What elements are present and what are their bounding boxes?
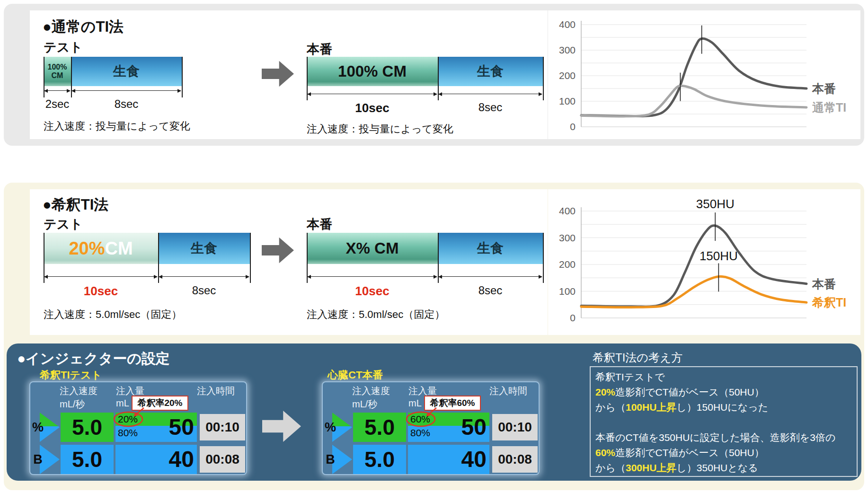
svg-text:400: 400 — [559, 205, 576, 216]
rate-value: 5.0 — [353, 445, 406, 474]
rate-value: 5.0 — [353, 413, 406, 442]
cm-percent-label: 20% — [69, 238, 105, 259]
dimension-line — [308, 276, 437, 277]
svg-text:0: 0 — [570, 312, 576, 323]
svg-text:通常TI: 通常TI — [812, 101, 846, 114]
diluted-ti-diagram-card: ●希釈TI法 テスト 20% CM 生食 10sec 8sec 注入速度：5.0… — [30, 189, 548, 335]
boundary-line — [182, 57, 183, 97]
time-header: 注入時間 — [197, 385, 235, 397]
main-injection-bar: X% CM 生食 — [307, 233, 543, 264]
section-title-diluted-ti: ●希釈TI法 — [43, 195, 108, 215]
injection-rate-note: 注入速度：5.0ml/sec（固定） — [44, 308, 182, 322]
time-value: 00:10 — [492, 414, 538, 440]
explanation-lines: 希釈TIテストで20%造影剤でCT値がベース（50HU）から（100HU上昇し）… — [590, 366, 858, 477]
boundary-line — [543, 57, 544, 100]
volume-cell: 60% 80% 50 — [408, 413, 489, 442]
normal-ti-chart: 4003002001000本番通常TI — [548, 10, 860, 139]
phase-marker: B — [31, 445, 44, 474]
bolus-phase-row: B 5.0 40 00:08 — [323, 445, 539, 474]
volume-value: 50 — [169, 413, 194, 442]
injector-right-label: 心臓CT本番 — [328, 368, 383, 382]
time-value: 00:08 — [200, 446, 245, 473]
volume-value: 50 — [461, 413, 487, 442]
test-injection-bar: 20% CM 生食 — [44, 233, 250, 264]
dimension-line — [308, 94, 437, 94]
rate-value: 5.0 — [61, 413, 114, 442]
injection-rate-note: 注入速度：投与量によって変化 — [307, 122, 453, 136]
dilution-rate-callout: 希釈率20% — [132, 396, 188, 411]
injector-left-label: 希釈TIテスト — [40, 368, 102, 382]
cm-segment-label-line1: 100% — [48, 63, 67, 71]
slide: ●通常のTI法 テスト 100% CM 生食 2sec 8sec 注入速度：投与… — [0, 0, 868, 493]
svg-text:0: 0 — [570, 121, 576, 132]
rate-header: 注入速度 — [60, 385, 97, 397]
time-header: 注入時間 — [489, 385, 527, 397]
svg-text:400: 400 — [559, 19, 576, 30]
test-label: テスト — [44, 39, 83, 56]
svg-text:希釈TI: 希釈TI — [812, 296, 846, 309]
injection-rate-note: 注入速度：投与量によって変化 — [44, 119, 190, 133]
dimension-line — [72, 90, 181, 91]
duration-label: 8sec — [158, 284, 250, 297]
saline-segment: 生食 — [438, 57, 543, 86]
volume-unit-header: mL — [116, 398, 129, 409]
main-label: 本番 — [307, 216, 332, 233]
rate-unit-header: mL/秒 — [352, 398, 377, 411]
injection-rate-note: 注入速度：5.0ml/sec（固定） — [307, 308, 445, 322]
dimension-line — [44, 90, 70, 91]
section-title-injector: ●インジェクターの設定 — [17, 349, 170, 369]
diluted-ti-chart-card: 4003002001000本番希釈TI350HU150HU — [548, 189, 860, 335]
saline-segment: 生食 — [438, 233, 543, 264]
normal-ti-diagram-card: ●通常のTI法 テスト 100% CM 生食 2sec 8sec 注入速度：投与… — [30, 10, 548, 139]
saline-segment-label: 生食 — [477, 62, 504, 80]
duration-label: 10sec — [44, 284, 158, 299]
explanation-line: 本番のCT値を350HUに設定した場合、造影剤を3倍の — [595, 430, 852, 445]
phase-marker: % — [31, 413, 44, 442]
cm-segment-label-line2: CM — [52, 71, 63, 80]
dimension-line — [439, 276, 542, 277]
boundary-line — [250, 233, 251, 283]
injector-console-test: 注入速度 mL/秒 注入量 mL 注入時間 希釈率20% % 5.0 20% 8… — [29, 381, 247, 475]
explanation-line: 60%造影剤でCT値がベース（50HU） — [595, 445, 852, 460]
dilution-bottom-value: 80% — [410, 427, 430, 438]
explanation-line: から（100HU上昇し）150HUになった — [595, 400, 852, 415]
boundary-line — [543, 233, 544, 283]
phase-marker: % — [324, 413, 337, 442]
saline-segment-label: 生食 — [113, 62, 140, 80]
normal-ti-panel: ●通常のTI法 テスト 100% CM 生食 2sec 8sec 注入速度：投与… — [4, 4, 864, 146]
dimension-line — [159, 276, 249, 277]
arrow-right-icon — [262, 60, 294, 88]
rate-header: 注入速度 — [352, 385, 390, 397]
volume-cell: 40 — [408, 445, 489, 474]
svg-text:350HU: 350HU — [696, 197, 735, 211]
rate-value: 5.0 — [61, 445, 114, 474]
dilution-top-value: 60% — [410, 414, 430, 424]
diluted-ti-panel: ●希釈TI法 テスト 20% CM 生食 10sec 8sec 注入速度：5.0… — [4, 183, 864, 490]
svg-text:100: 100 — [559, 286, 576, 297]
volume-cell: 40 — [115, 445, 197, 474]
duration-label: 10sec — [307, 284, 438, 299]
phase-marker: B — [324, 445, 337, 474]
cm-segment: 20% CM — [44, 233, 158, 264]
main-injection-bar: 100% CM 生食 — [307, 57, 543, 86]
svg-text:300: 300 — [559, 232, 576, 243]
normal-ti-chart-card: 4003002001000本番通常TI — [548, 10, 860, 139]
volume-value: 40 — [461, 445, 487, 474]
svg-text:100: 100 — [559, 96, 576, 106]
test-injection-bar: 100% CM 生食 — [44, 57, 182, 86]
saline-segment: 生食 — [158, 233, 250, 264]
diluted-ti-chart: 4003002001000本番希釈TI350HU150HU — [548, 189, 860, 335]
svg-text:200: 200 — [559, 70, 576, 81]
test-label: テスト — [44, 216, 83, 233]
saline-segment: 生食 — [71, 57, 182, 86]
cm-segment: X% CM — [307, 233, 438, 264]
injector-console-main: 注入速度 mL/秒 注入量 mL 注入時間 希釈率60% % 5.0 60% 8… — [322, 381, 540, 475]
cm-segment: 100% CM — [44, 57, 71, 86]
cm-suffix-label: CM — [105, 238, 133, 259]
svg-text:300: 300 — [559, 44, 576, 55]
svg-text:本番: 本番 — [812, 277, 836, 291]
percent-phase-row: % 5.0 60% 80% 50 00:10 — [323, 413, 539, 442]
arrow-right-icon — [262, 237, 294, 264]
duration-label: 8sec — [71, 97, 182, 111]
svg-text:150HU: 150HU — [700, 249, 738, 263]
